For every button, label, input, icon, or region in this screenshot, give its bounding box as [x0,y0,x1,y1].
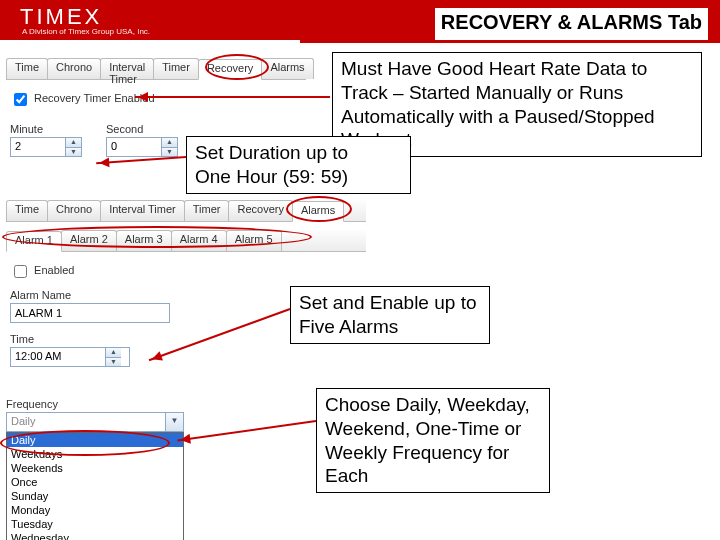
tab-timer[interactable]: Timer [184,200,230,221]
subtab-alarm-5[interactable]: Alarm 5 [226,230,282,251]
alarm-time-up[interactable]: ▲ [105,348,121,357]
tab-interval-timer[interactable]: Interval Timer [100,200,185,221]
page-title: RECOVERY & ALARMS Tab [435,8,708,40]
main-tabstrip-recovery: TimeChronoInterval TimerTimerRecoveryAla… [6,58,306,80]
header-bar: TIMEX A Division of Timex Group USA, Inc… [0,0,720,40]
minute-label: Minute [10,123,82,135]
frequency-option-weekends[interactable]: Weekends [7,461,183,475]
minute-value[interactable]: 2 [11,138,65,156]
subtab-alarm-3[interactable]: Alarm 3 [116,230,172,251]
alarm-time-spinner[interactable]: 12:00 AM ▲ ▼ [10,347,130,367]
second-down[interactable]: ▼ [161,147,177,157]
tab-chrono[interactable]: Chrono [47,200,101,221]
alarm-enabled-checkbox[interactable]: Enabled [10,264,74,276]
alarm-name-input[interactable] [10,303,170,323]
tab-chrono[interactable]: Chrono [47,58,101,79]
tab-alarms[interactable]: Alarms [292,201,344,222]
frequency-option-daily[interactable]: Daily [7,433,183,447]
frequency-option-wednesday[interactable]: Wednesday [7,531,183,540]
alarm-time-value[interactable]: 12:00 AM [11,348,105,366]
logo-tagline: A Division of Timex Group USA, Inc. [22,27,150,36]
tab-interval-timer[interactable]: Interval Timer [100,58,154,79]
frequency-option-weekdays[interactable]: Weekdays [7,447,183,461]
recovery-enabled-input[interactable] [14,93,27,106]
tab-alarms[interactable]: Alarms [261,58,313,79]
frequency-selected[interactable]: Daily [7,413,165,431]
second-label: Second [106,123,178,135]
frequency-option-tuesday[interactable]: Tuesday [7,517,183,531]
second-up[interactable]: ▲ [161,138,177,147]
frequency-option-sunday[interactable]: Sunday [7,489,183,503]
tab-timer[interactable]: Timer [153,58,199,79]
tab-time[interactable]: Time [6,200,48,221]
frequency-label: Frequency [6,398,184,410]
tab-recovery[interactable]: Recovery [198,59,262,80]
second-value[interactable]: 0 [107,138,161,156]
arrow-to-recovery-checkbox [135,96,330,98]
arrow-to-frequency [177,420,316,441]
subtab-alarm-1[interactable]: Alarm 1 [6,231,62,252]
second-spinner[interactable]: 0 ▲ ▼ [106,137,178,157]
callout-frequency: Choose Daily, Weekday, Weekend, One-Time… [316,388,550,493]
title-underline [300,40,720,43]
alarm-enabled-input[interactable] [14,265,27,278]
subtab-alarm-4[interactable]: Alarm 4 [171,230,227,251]
frequency-dropdown[interactable]: Daily ▼ DailyWeekdaysWeekendsOnceSundayM… [6,412,184,540]
main-tabstrip-alarms: TimeChronoInterval TimerTimerRecoveryAla… [6,200,366,222]
frequency-toggle[interactable]: ▼ [165,413,183,431]
minute-spinner[interactable]: 2 ▲ ▼ [10,137,82,157]
tab-time[interactable]: Time [6,58,48,79]
tab-recovery[interactable]: Recovery [228,200,292,221]
frequency-panel: Frequency Daily ▼ DailyWeekdaysWeekendsO… [6,398,184,540]
minute-down[interactable]: ▼ [65,147,81,157]
callout-duration: Set Duration up to One Hour (59: 59) [186,136,411,194]
frequency-option-monday[interactable]: Monday [7,503,183,517]
minute-up[interactable]: ▲ [65,138,81,147]
alarm-enabled-label: Enabled [34,264,74,276]
subtab-alarm-2[interactable]: Alarm 2 [61,230,117,251]
frequency-option-list[interactable]: DailyWeekdaysWeekendsOnceSundayMondayTue… [6,432,184,540]
alarm-subtabs: Alarm 1Alarm 2Alarm 3Alarm 4Alarm 5 [6,230,366,252]
callout-fivealarms: Set and Enable up to Five Alarms [290,286,490,344]
frequency-option-once[interactable]: Once [7,475,183,489]
alarm-time-down[interactable]: ▼ [105,357,121,367]
